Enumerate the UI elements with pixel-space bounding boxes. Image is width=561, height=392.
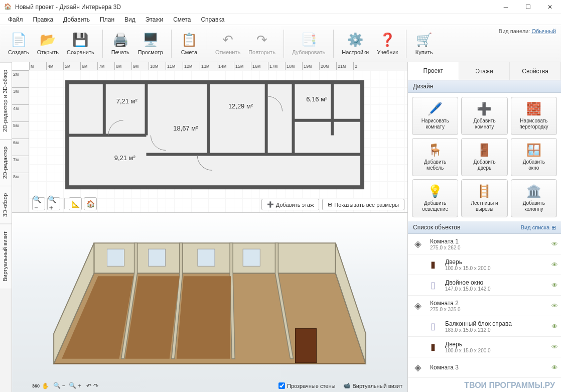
visibility-toggle-icon[interactable]: 👁 [551, 302, 558, 310]
object-item[interactable]: ▮Дверь100.0 x 15.0 x 200.0👁 [408, 254, 561, 275]
object-item[interactable]: ◈Комната 2275.0 x 335.0👁 [408, 296, 561, 316]
Отменить-icon: ↶ [220, 32, 236, 48]
design-icon: ➕ [477, 102, 492, 116]
view-3d[interactable]: 360 ✋ 🔍－ 🔍＋ ↶ ↷ Прозрачные стены 📹 Вирту… [12, 213, 407, 392]
design-Нарисовать-перегородку[interactable]: 🧱Нарисоватьперегородку [511, 97, 557, 135]
menu-Справка[interactable]: Справка [196, 15, 229, 24]
pan-button[interactable]: ✋ [42, 382, 49, 389]
view-list-link[interactable]: Вид списка ⊞ [521, 224, 556, 231]
tab-Этажи[interactable]: Этажи [459, 62, 510, 80]
toolbar-Просмотр[interactable]: 🖥️Просмотр [134, 30, 167, 57]
menu-Вид[interactable]: Вид [119, 15, 141, 24]
toolbar-Дублировать: 📑Дублировать [288, 30, 329, 57]
object-icon: ▮ [426, 257, 440, 272]
design-Добавить-окно[interactable]: 🪟Добавитьокно [511, 138, 557, 176]
toolbar-Настройки[interactable]: ⚙️Настройки [338, 30, 373, 57]
menu-План[interactable]: План [95, 15, 119, 24]
design-icon: 🏛️ [526, 184, 541, 198]
room-area-label: 12,29 м² [228, 102, 253, 110]
design-Лестницы и-вырезы[interactable]: 🪜Лестницы ивырезы [461, 179, 507, 217]
design-icon: 🧱 [526, 102, 541, 116]
toolbar-Смета[interactable]: 📋Смета [176, 30, 203, 57]
visibility-toggle-icon[interactable]: 👁 [551, 240, 558, 248]
visibility-toggle-icon[interactable]: 👁 [551, 282, 558, 289]
design-Добавить-колонну[interactable]: 🏛️Добавитьколонну [511, 179, 557, 217]
sidetab-3[interactable]: Виртуальный визит [0, 224, 12, 289]
transparent-walls-checkbox[interactable]: Прозрачные стены [278, 382, 335, 389]
design-Добавить-освещение[interactable]: 💡Добавитьосвещение [412, 179, 458, 217]
room-area-label: 9,21 м² [114, 154, 136, 162]
panel-mode-link[interactable]: Обычный [531, 28, 556, 34]
design-icon: 💡 [428, 184, 443, 198]
undo-3d-button[interactable]: ↶ [86, 382, 91, 389]
toolbar-Повторить: ↷Повторить [244, 30, 279, 57]
design-tools-grid: 🖊️Нарисоватькомнату➕Добавитькомнату🧱Нари… [408, 93, 561, 221]
show-dimensions-button[interactable]: ⊞ Показывать все размеры [322, 199, 404, 210]
zoom-out-3d-button[interactable]: 🔍－ [53, 381, 67, 390]
maximize-button[interactable]: ☐ [517, 0, 539, 14]
sidetab-0[interactable]: 2D-редактор и 3D-обзор [0, 62, 12, 139]
menu-Этажи[interactable]: Этажи [141, 15, 168, 24]
object-icon: ▯ [426, 278, 440, 292]
objects-section-header: Список объектов Вид списка ⊞ [408, 221, 561, 234]
menu-Правка[interactable]: Правка [28, 15, 59, 24]
plan-canvas[interactable]: 7,21 м²18,67 м²12,29 м²6,16 м²9,21 м² [29, 70, 407, 212]
rotate-360-button[interactable]: 360 [32, 383, 40, 388]
toolbar-Печать[interactable]: 🖨️Печать [107, 30, 134, 57]
svg-rect-23 [149, 249, 166, 266]
visibility-toggle-icon[interactable]: 👁 [551, 343, 558, 351]
minimize-button[interactable]: ─ [495, 0, 517, 14]
svg-rect-26 [295, 329, 316, 363]
home-button[interactable]: 🏠 [84, 197, 97, 210]
measure-button[interactable]: 📐 [69, 197, 82, 210]
toolbar-Учебник[interactable]: ❓Учебник [373, 30, 402, 57]
object-icon: ▮ [426, 340, 440, 354]
tab-Проект[interactable]: Проект [408, 62, 459, 80]
toolbar-Сохранить[interactable]: 💾Сохранить [63, 30, 98, 57]
redo-3d-button[interactable]: ↷ [93, 382, 98, 389]
design-icon: 🪜 [477, 184, 492, 198]
object-item[interactable]: ◈Комната 1275.0 x 262.0👁 [408, 234, 561, 254]
visibility-toggle-icon[interactable]: 👁 [551, 261, 558, 269]
design-Добавить-комнату[interactable]: ➕Добавитькомнату [461, 97, 507, 135]
object-item[interactable]: ▯Балконный блок справа183.0 x 15.0 x 212… [408, 316, 561, 337]
plan-2d-view[interactable]: м4м5м6м7м8м9м10м11м12м13м14м15м16м17м18м… [12, 62, 407, 213]
object-item[interactable]: ▯Двойное окно147.0 x 15.0 x 142.0👁 [408, 275, 561, 296]
toolbar-Купить[interactable]: 🛒Купить [410, 30, 438, 57]
Купить-icon: 🛒 [416, 32, 432, 48]
Повторить-icon: ↷ [254, 32, 270, 48]
sidetab-2[interactable]: 3D-обзор [0, 186, 12, 224]
Создать-icon: 📄 [11, 32, 27, 48]
plan-zoom-controls: 🔍－ 🔍＋ 📐 🏠 [32, 197, 97, 210]
object-item[interactable]: ◈Комната 3👁 [408, 357, 561, 378]
menu-Добавить[interactable]: Добавить [58, 15, 95, 24]
right-panel: ПроектЭтажиСвойства Дизайн 🖊️Нарисоватьк… [407, 62, 561, 392]
visibility-toggle-icon[interactable]: 👁 [551, 364, 558, 371]
design-Нарисовать-комнату[interactable]: 🖊️Нарисоватькомнату [412, 97, 458, 135]
object-item[interactable]: ▮Дверь100.0 x 15.0 x 200.0👁 [408, 337, 561, 357]
visibility-toggle-icon[interactable]: 👁 [551, 323, 558, 330]
Открыть-icon: 📂 [40, 32, 56, 48]
zoom-in-3d-button[interactable]: 🔍＋ [69, 381, 82, 390]
object-icon: ▯ [426, 319, 440, 333]
virtual-visit-button[interactable]: 📹 Виртуальный визит [343, 382, 402, 389]
close-button[interactable]: ✕ [539, 0, 561, 14]
toolbar-Создать[interactable]: 📄Создать [4, 30, 33, 57]
side-tabs: 2D-редактор и 3D-обзор2D-редактор3D-обзо… [0, 62, 12, 392]
sidetab-1[interactable]: 2D-редактор [0, 139, 12, 186]
object-icon: ◈ [411, 299, 425, 313]
object-list: ◈Комната 1275.0 x 262.0👁▮Дверь100.0 x 15… [408, 234, 561, 392]
toolbar-Открыть[interactable]: 📂Открыть [33, 30, 63, 57]
design-Добавить-дверь[interactable]: 🚪Добавитьдверь [461, 138, 507, 176]
tab-Свойства[interactable]: Свойства [510, 62, 561, 80]
add-floor-button[interactable]: ➕ Добавить этаж [261, 199, 319, 210]
design-Добавить-мебель[interactable]: 🪑Добавитьмебель [412, 138, 458, 176]
menu-Смета[interactable]: Смета [168, 15, 196, 24]
menu-Файл[interactable]: Файл [3, 15, 28, 24]
toolbar: Вид панели: Обычный 📄Создать📂Открыть💾Сох… [0, 25, 561, 62]
zoom-out-button[interactable]: 🔍－ [32, 197, 45, 210]
svg-rect-24 [198, 249, 215, 266]
titlebar: 🏠 Новый проект - Дизайн Интерьера 3D ─ ☐… [0, 0, 561, 14]
zoom-in-button[interactable]: 🔍＋ [47, 197, 60, 210]
app-icon: 🏠 [4, 3, 12, 11]
